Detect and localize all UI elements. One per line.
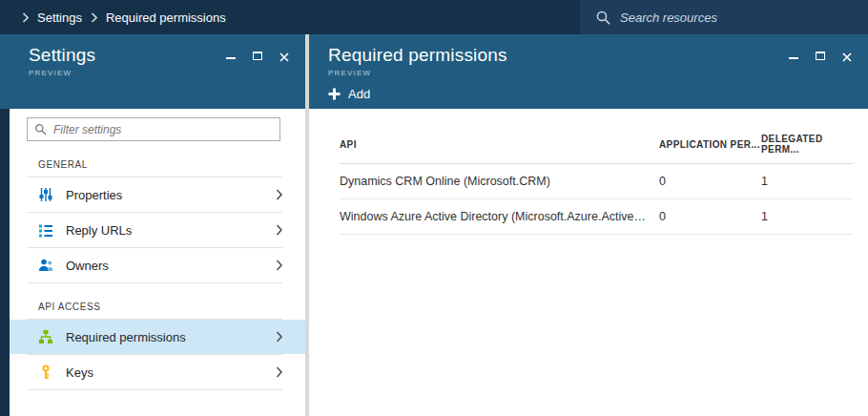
- application-permissions-cell: 0: [659, 210, 761, 223]
- breadcrumb-item-required-permissions[interactable]: Required permissions: [106, 10, 226, 25]
- section-label-api-access: API ACCESS: [38, 302, 305, 312]
- maximize-icon[interactable]: [252, 50, 263, 61]
- divider: [27, 282, 282, 283]
- maximize-icon[interactable]: [815, 50, 826, 61]
- delegated-permissions-cell: 1: [761, 175, 853, 188]
- sidebar-item-label: Properties: [66, 188, 122, 202]
- chevron-right-icon: [276, 366, 282, 378]
- plus-icon: [328, 88, 341, 100]
- chevron-right-icon: [276, 260, 282, 271]
- global-search[interactable]: [580, 0, 868, 34]
- sidebar-item-reply-urls[interactable]: Reply URLs: [10, 213, 305, 247]
- minimize-icon[interactable]: [788, 50, 799, 61]
- required-permissions-blade: Required permissions PREVIEW Add API APP…: [309, 34, 868, 416]
- permissions-blade-body: API APPLICATION PER... DELEGATED PERM...…: [309, 109, 868, 416]
- column-header-application-permissions: APPLICATION PER...: [659, 139, 761, 150]
- sidebar-item-properties[interactable]: Properties: [10, 177, 305, 212]
- table-row[interactable]: Dynamics CRM Online (Microsoft.CRM) 0 1: [340, 164, 853, 199]
- chevron-right-icon: [276, 189, 282, 200]
- sidebar-item-label: Keys: [66, 365, 93, 380]
- column-header-delegated-permissions: DELEGATED PERM...: [761, 134, 853, 155]
- breadcrumb-item-settings[interactable]: Settings: [37, 10, 82, 25]
- settings-blade: Settings PREVIEW GENERAL: [0, 34, 305, 416]
- sidebar-item-keys[interactable]: Keys: [10, 355, 305, 389]
- sidebar-item-label: Owners: [66, 259, 109, 273]
- reply-urls-icon: [38, 222, 53, 238]
- permissions-window-controls: [788, 50, 853, 61]
- section-label-general: GENERAL: [38, 159, 305, 170]
- api-name-cell: Windows Azure Active Directory (Microsof…: [340, 210, 659, 223]
- sidebar-item-label: Required permissions: [66, 330, 186, 344]
- chevron-right-icon: [276, 224, 282, 236]
- application-permissions-cell: 0: [659, 175, 761, 188]
- owners-icon: [38, 258, 53, 273]
- table-header-row: API APPLICATION PER... DELEGATED PERM...: [340, 124, 853, 164]
- close-icon[interactable]: [841, 50, 853, 61]
- divider: [27, 389, 282, 390]
- blade-accent-strip: [0, 109, 10, 416]
- chevron-right-icon: [276, 331, 282, 343]
- permissions-blade-header: Required permissions PREVIEW Add: [309, 34, 868, 109]
- filter-settings-input[interactable]: [53, 123, 273, 136]
- api-name-cell: Dynamics CRM Online (Microsoft.CRM): [340, 175, 659, 188]
- settings-blade-body: GENERAL Properties: [0, 109, 305, 416]
- add-button[interactable]: Add: [328, 87, 395, 101]
- delegated-permissions-cell: 1: [761, 210, 853, 223]
- filter-settings-box[interactable]: [27, 117, 280, 141]
- add-button-label: Add: [348, 87, 370, 101]
- minimize-icon[interactable]: [225, 50, 237, 61]
- top-navigation-bar: Settings Required permissions: [0, 0, 868, 34]
- settings-window-controls: [225, 50, 290, 61]
- sidebar-item-required-permissions[interactable]: Required permissions: [10, 320, 305, 354]
- breadcrumb-chevron-icon: [22, 12, 29, 23]
- search-resources-input[interactable]: [620, 10, 839, 25]
- breadcrumb-separator-icon: [91, 12, 97, 23]
- permissions-blade-title: Required permissions: [328, 45, 855, 66]
- filter-search-icon: [34, 123, 47, 135]
- sidebar-item-label: Reply URLs: [66, 223, 132, 238]
- blade-container: Settings PREVIEW GENERAL: [0, 34, 868, 416]
- permissions-preview-badge: PREVIEW: [328, 69, 855, 77]
- column-header-api: API: [340, 139, 659, 150]
- properties-icon: [38, 187, 53, 202]
- sidebar-item-owners[interactable]: Owners: [10, 248, 305, 282]
- keys-icon: [38, 364, 53, 380]
- permissions-table: API APPLICATION PER... DELEGATED PERM...…: [340, 124, 853, 235]
- settings-blade-header: Settings PREVIEW: [0, 34, 305, 109]
- settings-preview-badge: PREVIEW: [29, 69, 292, 77]
- required-permissions-icon: [38, 329, 53, 344]
- table-row[interactable]: Windows Azure Active Directory (Microsof…: [340, 199, 853, 235]
- search-icon: [595, 10, 611, 26]
- close-icon[interactable]: [279, 50, 290, 61]
